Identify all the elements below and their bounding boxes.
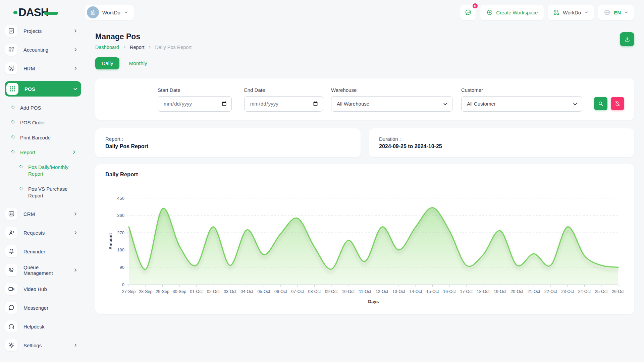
duration-summary-card: Duration : 2024-09-25 to 2024-10-25 <box>369 128 634 157</box>
workspace-avatar <box>87 6 99 18</box>
submenu-item-pos-vs-purchase-report[interactable]: Pos VS Purchase Report <box>19 186 81 199</box>
daily-report-chart: 09018027036045027-Sep28-Sep29-Sep30-Sep0… <box>95 184 634 308</box>
chart-title: Daily Report <box>105 171 138 177</box>
report-summary-card: Report : Daily Pos Report <box>95 128 361 157</box>
download-report-button[interactable] <box>620 32 634 46</box>
headphones-icon <box>5 320 17 333</box>
bullet-icon <box>11 105 15 110</box>
start-date-field-group: Start Date <box>158 87 232 112</box>
svg-text:21-Oct: 21-Oct <box>528 289 540 294</box>
sidebar-item-messenger[interactable]: Messenger <box>5 302 81 314</box>
workspace-switcher[interactable]: WorkDo <box>85 5 134 20</box>
company-menu-label: WorkDo <box>563 10 581 15</box>
logo-accent-bar <box>44 12 58 15</box>
projects-icon <box>5 25 17 37</box>
sidebar-item-projects[interactable]: Projects <box>5 25 81 37</box>
svg-text:04-Oct: 04-Oct <box>240 289 253 294</box>
chevron-right-icon <box>122 45 126 49</box>
warehouse-field-group: Warehouse All Warehouse <box>331 87 452 112</box>
notifications-button[interactable]: 0 <box>460 5 476 20</box>
crm-icon <box>5 208 17 220</box>
svg-text:24-Oct: 24-Oct <box>578 289 591 294</box>
svg-text:25-Oct: 25-Oct <box>595 289 608 294</box>
sidebar-item-hrm[interactable]: HRM <box>5 62 81 74</box>
filter-actions <box>594 88 624 110</box>
svg-text:03-Oct: 03-Oct <box>224 289 236 294</box>
sidebar-item-pos[interactable]: POS <box>5 81 81 97</box>
breadcrumb-dashboard[interactable]: Dashboard <box>95 45 119 50</box>
svg-text:01-Oct: 01-Oct <box>190 289 203 294</box>
sidebar-item-settings[interactable]: Settings <box>5 339 81 351</box>
globe-icon <box>603 9 611 16</box>
submenu-item-pos-daily-monthly-report[interactable]: Pos Daily/Monthly Report <box>19 164 81 178</box>
bell-icon <box>5 245 17 257</box>
sidebar-item-video-hub[interactable]: Video Hub <box>5 283 81 295</box>
bullet-icon <box>11 149 15 154</box>
svg-text:19-Oct: 19-Oct <box>494 289 506 294</box>
summary-row: Report : Daily Pos Report Duration : 202… <box>95 128 634 157</box>
app-logo: DASH <box>13 6 85 19</box>
phone-call-icon <box>5 264 17 276</box>
warehouse-select[interactable]: All Warehouse <box>331 96 452 112</box>
daily-report-card: Daily Report 09018027036045027-Sep28-Sep… <box>95 164 634 314</box>
sidebar-item-helpdesk[interactable]: Helpdesk <box>5 320 81 333</box>
svg-text:30-Sep: 30-Sep <box>173 289 186 294</box>
sidebar-item-queue-management[interactable]: Queue Management <box>5 264 81 276</box>
logo-accent-dot <box>13 11 17 14</box>
svg-text:360: 360 <box>117 213 124 218</box>
chevron-right-icon <box>73 268 78 273</box>
svg-text:22-Oct: 22-Oct <box>544 289 557 294</box>
report-label: Report : <box>105 136 351 142</box>
customer-field-group: Customer All Customer <box>461 87 582 112</box>
hrm-icon <box>5 62 17 74</box>
chevron-down-icon <box>584 10 589 15</box>
workspace-grid-icon <box>553 9 560 16</box>
bullet-icon <box>19 164 23 169</box>
svg-text:09-Oct: 09-Oct <box>325 289 338 294</box>
end-date-input[interactable] <box>244 96 323 112</box>
bullet-icon <box>11 134 15 139</box>
create-workspace-button[interactable]: Create Workspace <box>480 5 544 20</box>
pos-icon <box>6 83 18 95</box>
duration-value: 2024-09-25 to 2024-10-25 <box>379 143 624 149</box>
search-button[interactable] <box>594 97 607 110</box>
video-camera-icon <box>5 283 17 295</box>
tab-monthly[interactable]: Monthly <box>129 60 147 66</box>
start-date-input[interactable] <box>158 96 232 112</box>
company-menu-button[interactable]: WorkDo <box>548 5 594 20</box>
svg-text:06-Oct: 06-Oct <box>274 289 287 294</box>
submenu-item-add-pos[interactable]: Add POS <box>11 105 81 111</box>
message-bubble-icon <box>5 302 17 314</box>
svg-text:02-Oct: 02-Oct <box>207 289 220 294</box>
sidebar-item-accounting[interactable]: Accounting <box>5 44 81 56</box>
tab-daily[interactable]: Daily <box>95 57 119 69</box>
submenu-item-report[interactable]: Report <box>11 149 81 156</box>
sidebar-item-reminder[interactable]: Reminder <box>5 245 81 257</box>
svg-text:Days: Days <box>368 299 379 304</box>
notification-count-badge: 0 <box>472 3 478 9</box>
warehouse-label: Warehouse <box>331 87 452 93</box>
svg-text:12-Oct: 12-Oct <box>376 289 388 294</box>
sidebar-item-requests[interactable]: Requests <box>5 227 81 239</box>
breadcrumb-report[interactable]: Report <box>130 45 145 50</box>
svg-text:17-Oct: 17-Oct <box>460 289 473 294</box>
chevron-right-icon <box>73 47 78 52</box>
breadcrumb-current: Daily Pos Report <box>155 45 192 50</box>
reset-filter-button[interactable] <box>611 97 624 110</box>
page-title: Manage Pos <box>95 32 192 41</box>
svg-text:15-Oct: 15-Oct <box>426 289 439 294</box>
end-date-label: End Date <box>244 87 323 93</box>
chevron-down-icon <box>124 10 128 15</box>
start-date-label: Start Date <box>158 87 232 93</box>
svg-text:27-Sep: 27-Sep <box>122 289 136 294</box>
chevron-right-icon <box>72 150 76 155</box>
svg-text:26-Oct: 26-Oct <box>612 289 624 294</box>
language-menu-button[interactable]: EN <box>598 5 634 20</box>
customer-select[interactable]: All Customer <box>461 96 582 112</box>
chevron-right-icon <box>73 28 78 33</box>
sidebar-item-crm[interactable]: CRM <box>5 208 81 220</box>
user-plus-icon <box>5 227 17 239</box>
submenu-item-pos-order[interactable]: POS Order <box>11 119 81 126</box>
submenu-item-print-barcode[interactable]: Print Barcode <box>11 134 81 141</box>
workspace-name: WorkDo <box>102 10 120 15</box>
